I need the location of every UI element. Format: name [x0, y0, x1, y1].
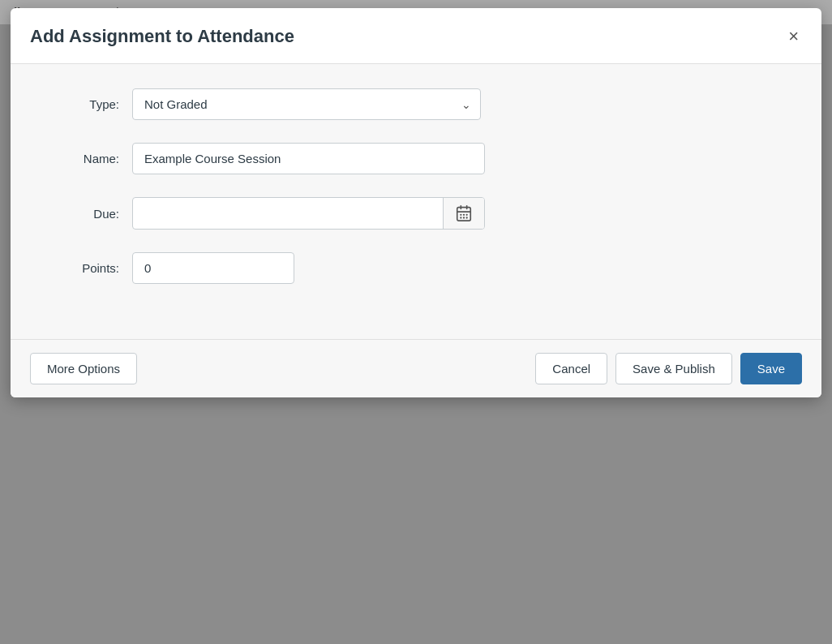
modal-footer: More Options Cancel Save & Publish Save	[11, 339, 821, 397]
name-input[interactable]	[132, 143, 485, 174]
save-button[interactable]: Save	[740, 353, 802, 384]
due-field-wrapper	[132, 197, 789, 230]
due-date-input[interactable]	[133, 198, 443, 229]
points-field-wrapper	[132, 252, 789, 284]
calendar-icon	[455, 204, 473, 222]
type-select-wrapper: Not Graded Points Percentage Complete/In…	[132, 88, 481, 120]
modal-header: Add Assignment to Attendance ×	[11, 8, 821, 64]
due-label: Due:	[43, 207, 132, 221]
close-button[interactable]: ×	[785, 24, 802, 49]
due-row: Due:	[43, 197, 789, 230]
modal-dialog: Add Assignment to Attendance × Type: Not…	[11, 8, 821, 397]
points-input[interactable]	[132, 252, 294, 284]
points-row: Points:	[43, 252, 789, 284]
footer-right: Cancel Save & Publish Save	[535, 353, 802, 384]
date-input-wrapper	[132, 197, 485, 230]
modal-title: Add Assignment to Attendance	[30, 26, 294, 47]
modal-overlay: Add Assignment to Attendance × Type: Not…	[0, 0, 832, 644]
name-field-wrapper	[132, 143, 789, 174]
calendar-button[interactable]	[443, 198, 484, 229]
name-label: Name:	[43, 152, 132, 165]
cancel-button[interactable]: Cancel	[535, 353, 607, 384]
save-publish-button[interactable]: Save & Publish	[615, 353, 732, 384]
type-label: Type:	[43, 97, 132, 111]
points-label: Points:	[43, 261, 132, 275]
modal-body: Type: Not Graded Points Percentage Compl…	[11, 64, 821, 339]
type-field-wrapper: Not Graded Points Percentage Complete/In…	[132, 88, 789, 120]
name-row: Name:	[43, 143, 789, 174]
type-row: Type: Not Graded Points Percentage Compl…	[43, 88, 789, 120]
type-select[interactable]: Not Graded Points Percentage Complete/In…	[132, 88, 481, 120]
footer-left: More Options	[30, 353, 137, 384]
more-options-button[interactable]: More Options	[30, 353, 137, 384]
